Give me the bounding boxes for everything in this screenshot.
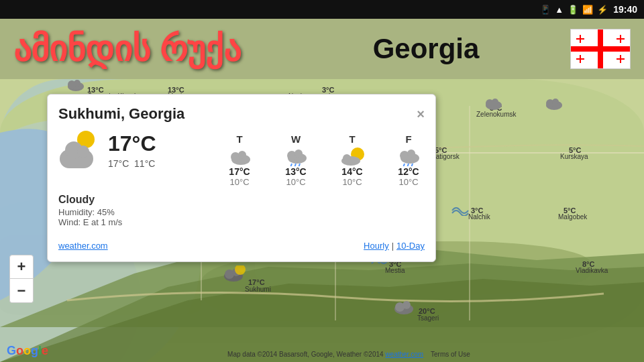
ten-day-link[interactable]: 10-Day [396,241,425,251]
google-o1: o [16,344,23,357]
cloud-main-icon [60,149,93,168]
marker-cloud-2 [482,96,502,111]
marker-sukhumi [221,265,246,284]
status-time: 19:40 [613,4,637,15]
forecast-thu-low: 10°C [229,177,249,187]
popup-humidity: Humidity: 45% [58,207,425,217]
notification-icon: 📱 [540,5,551,15]
name-zelenokumsk: Zelenokumsk [476,111,516,118]
weather-popup: Sukhumi, Georgia × 17°C 17°C 11°C T [47,94,436,262]
svg-point-37 [343,154,351,162]
forecast-fri-label: F [405,133,411,145]
google-o2: o [23,344,31,357]
forecast-wed-icon [282,147,309,166]
forecast-thu-label: T [236,133,242,145]
status-bar: 📱 ▲ 🔋 📶 ⚡ 19:40 [0,0,644,19]
name-kurskaya: Kurskaya [560,153,588,160]
svg-point-18 [552,99,559,105]
forecast-wed: W 13°C 10°C [276,133,316,187]
current-weather-icon [58,131,99,171]
zoom-in-button[interactable]: + [9,255,34,279]
popup-forecast: T 17°C 10°C W [219,131,429,187]
terms-text: Terms of Use [431,351,470,358]
svg-point-12 [74,80,80,86]
forecast-tue-high: 14°C [341,166,362,177]
forecast-wed-high: 13°C [285,166,306,177]
marker-cloud-1 [64,77,84,92]
svg-point-31 [294,149,303,158]
popup-links: Hourly | 10-Day [364,241,425,251]
forecast-tue-low: 10°C [342,177,362,187]
forecast-thu: T 17°C 10°C [219,133,260,187]
zoom-out-button[interactable]: − [9,279,34,303]
high-temp: 17°C [108,158,129,169]
app-header: ამინდის რუქა Georgia [0,19,644,79]
forecast-tue: T 14°C 10°C [332,133,372,187]
forecast-fri-low: 10°C [398,177,418,187]
popup-wind: Wind: E at 1 m/s [58,217,425,227]
name-vladikavka: Vladikavka [576,267,608,274]
popup-current-weather: 17°C 17°C 11°C [58,131,219,171]
name-mestia: Mestia [385,267,405,274]
hourly-link[interactable]: Hourly [364,241,389,251]
map-attribution: Map data ©2014 Basarsoft, Google, Weathe… [54,351,644,358]
forecast-tue-label: T [349,133,355,145]
flag-container [564,29,644,69]
name-sukhumi-map: Sukhumi [245,286,271,293]
forecast-thu-high: 17°C [229,166,250,177]
name-tsageri: Tsageri [417,314,439,322]
google-logo: Google [7,344,48,358]
status-icons: 📱 ▲ 🔋 📶 ⚡ [540,5,608,15]
flag-vertical-cross [598,29,603,68]
forecast-tue-icon [339,147,366,166]
georgia-flag [570,29,631,69]
forecast-wed-low: 10°C [286,177,305,187]
marker-wave [451,201,472,216]
forecast-fri: F 12°C 10°C [388,133,429,187]
app-title: ამინდის რუქა [0,29,288,69]
forecast-fri-icon [395,147,422,166]
forecast-fri-high: 12°C [398,166,419,177]
marker-tsageri [392,298,416,317]
zoom-controls: + − [9,255,34,303]
popup-condition: Cloudy [58,194,425,206]
forecast-wed-label: W [291,133,301,145]
svg-point-25 [402,301,411,309]
attribution-text: Map data ©2014 Basarsoft, Google, Weathe… [227,351,383,358]
google-g2: g [31,344,38,357]
svg-point-15 [492,99,498,105]
current-temperature: 17°C [108,133,156,154]
popup-header: Sukhumi, Georgia × [58,105,425,123]
link-separator: | [392,241,394,251]
region-title: Georgia [288,33,564,65]
popup-footer: weather.com Hourly | 10-Day [58,233,425,251]
google-g: G [7,344,16,357]
charge-icon: ⚡ [597,5,608,15]
name-malgobek: Malgobek [558,213,587,221]
low-temp: 11°C [134,158,155,169]
weather-com-attribution[interactable]: weather.com [385,351,423,358]
marker-cloud-3 [542,96,562,111]
wifi-icon: ▲ [555,5,564,15]
temp-range: 17°C 11°C [108,158,170,169]
weather-com-link[interactable]: weather.com [58,241,108,251]
battery-icon: 🔋 [568,5,578,15]
google-e: e [42,344,48,357]
current-temp-container: 17°C 17°C 11°C [108,133,170,169]
svg-point-40 [407,149,415,158]
forecast-thu-icon [226,147,253,166]
svg-point-28 [238,151,246,159]
signal-icon: 📶 [582,5,593,15]
popup-city-name: Sukhumi, Georgia [58,105,184,123]
popup-details: Cloudy Humidity: 45% Wind: E at 1 m/s [58,194,425,227]
popup-close-button[interactable]: × [417,107,425,122]
